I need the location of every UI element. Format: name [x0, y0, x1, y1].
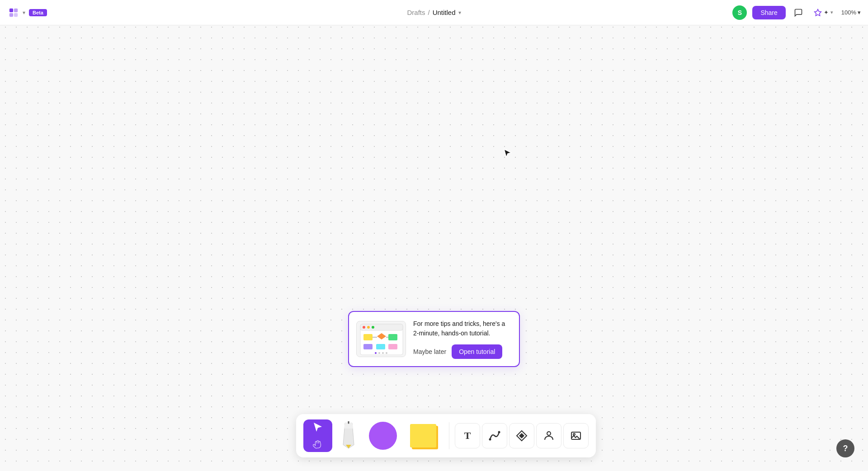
svg-point-21: [382, 352, 384, 354]
beta-badge: Beta: [29, 9, 47, 16]
svg-point-8: [363, 326, 365, 329]
sticky-note-tool-button[interactable]: [403, 419, 443, 452]
svg-point-27: [489, 438, 491, 441]
tutorial-text: For more tips and tricks, here's a 2-min…: [413, 319, 512, 338]
svg-rect-15: [376, 344, 385, 349]
header-right: S Share ✦ ▾ 100% ▾: [732, 5, 861, 20]
svg-point-10: [372, 326, 374, 329]
avatar[interactable]: S: [732, 5, 747, 20]
svg-rect-0: [9, 8, 13, 12]
svg-rect-14: [363, 344, 373, 349]
pencil-tool-button[interactable]: [334, 419, 363, 452]
breadcrumb-drafts[interactable]: Drafts: [407, 9, 425, 16]
svg-point-31: [547, 432, 551, 435]
svg-rect-7: [360, 324, 403, 330]
header-bar: ▾ Beta Drafts / Untitled ▾ S Share ✦ ▾ 1…: [0, 0, 868, 25]
select-tool-button[interactable]: [303, 419, 332, 452]
breadcrumb-chevron[interactable]: ▾: [458, 9, 461, 16]
maybe-later-button[interactable]: Maybe later: [413, 348, 446, 355]
avatar-tool-button[interactable]: [536, 423, 561, 448]
logo-icon: [7, 6, 20, 19]
breadcrumb-separator: /: [428, 9, 429, 16]
tutorial-actions: Maybe later Open tutorial: [413, 344, 512, 359]
svg-rect-13: [388, 334, 397, 340]
svg-point-22: [386, 352, 387, 354]
svg-marker-4: [814, 9, 821, 15]
ai-label: ✦: [824, 9, 829, 16]
tutorial-thumbnail: [356, 321, 406, 357]
logo-dropdown-chevron: ▾: [23, 9, 25, 16]
svg-marker-30: [519, 433, 524, 438]
zoom-control[interactable]: 100% ▾: [841, 9, 861, 16]
svg-rect-1: [14, 8, 18, 12]
component-tool-button[interactable]: [509, 423, 534, 448]
share-button[interactable]: Share: [752, 6, 785, 19]
breadcrumb-title[interactable]: Untitled: [433, 9, 456, 16]
header-left: ▾ Beta: [7, 6, 47, 19]
arrow-icon: [303, 419, 332, 436]
bottom-toolbar: T: [296, 414, 596, 457]
svg-point-19: [375, 352, 377, 354]
tutorial-content: For more tips and tricks, here's a 2-min…: [413, 319, 512, 359]
svg-point-9: [367, 326, 370, 329]
hand-icon: [303, 436, 332, 452]
zoom-value: 100%: [841, 9, 856, 16]
open-tutorial-button[interactable]: Open tutorial: [452, 344, 502, 359]
connector-tool-button[interactable]: [482, 423, 507, 448]
toolbar-divider: [449, 422, 449, 449]
svg-rect-16: [388, 344, 397, 349]
svg-point-20: [378, 352, 380, 354]
tutorial-popup: For more tips and tricks, here's a 2-min…: [348, 311, 520, 367]
text-icon: T: [464, 430, 471, 442]
svg-point-33: [573, 433, 575, 435]
text-tool-button[interactable]: T: [455, 423, 480, 448]
comment-icon-button[interactable]: [791, 5, 806, 20]
svg-rect-11: [363, 334, 373, 340]
svg-rect-3: [14, 13, 18, 16]
image-tool-button[interactable]: [563, 423, 589, 448]
help-button[interactable]: ?: [836, 439, 854, 457]
shape-tool-button[interactable]: [365, 419, 401, 452]
header-center: Drafts / Untitled ▾: [407, 9, 461, 16]
ai-chevron: ▾: [830, 9, 833, 15]
canvas-background: [0, 0, 868, 471]
svg-point-28: [498, 431, 500, 433]
ai-button[interactable]: ✦ ▾: [811, 7, 836, 19]
svg-marker-24: [344, 423, 353, 429]
svg-rect-2: [9, 13, 13, 16]
app-logo[interactable]: ▾: [7, 6, 25, 19]
zoom-chevron: ▾: [858, 9, 861, 16]
